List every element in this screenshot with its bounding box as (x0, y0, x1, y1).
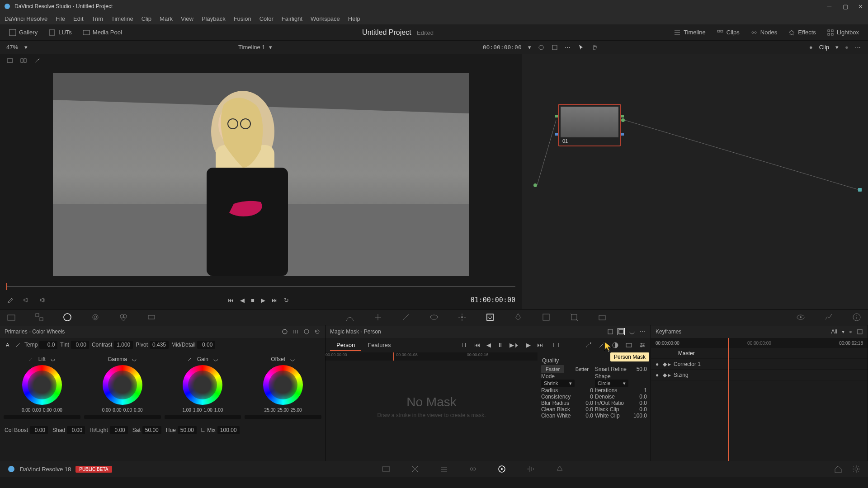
reset-icon[interactable] (314, 328, 321, 335)
mm-prev-icon[interactable]: ⏮ (474, 342, 480, 349)
mm-first-icon[interactable]: ⊦⊦ (462, 342, 468, 349)
mm-stop-icon[interactable]: ⏸ (497, 342, 503, 349)
effects-button[interactable]: Effects (784, 27, 820, 38)
offset-wheel[interactable] (263, 365, 303, 405)
pointer-icon[interactable] (578, 44, 585, 51)
color-match-icon[interactable] (34, 312, 44, 322)
temp-value[interactable]: 0.0 (39, 341, 57, 349)
warper-icon[interactable] (373, 312, 383, 322)
inout-value[interactable]: 0.0 (639, 400, 647, 406)
timecode-display[interactable]: 00:00:00:00 (483, 44, 522, 51)
lmix-value[interactable]: 100.00 (217, 426, 240, 434)
node-editor[interactable]: 01 (522, 54, 868, 309)
blur-icon[interactable] (513, 312, 523, 322)
rgb-mixer-icon[interactable] (118, 312, 128, 322)
eye-icon[interactable] (796, 312, 806, 322)
window-icon[interactable] (429, 312, 439, 322)
menu-davinci[interactable]: DaVinci Resolve (5, 15, 47, 22)
kf-playhead[interactable] (728, 338, 729, 461)
lift-v2[interactable]: 0.00 (43, 408, 52, 413)
mm-next-icon[interactable]: ⏭ (537, 342, 543, 349)
mm-viewer[interactable]: 00:00:00:00 00:00:01:08 00:00:02:16 No M… (326, 352, 538, 461)
clips-button[interactable]: Clips (713, 27, 743, 38)
gallery-button[interactable]: Gallery (5, 27, 41, 38)
close-button[interactable]: ✕ (858, 3, 864, 9)
tab-features[interactable]: Features (361, 340, 397, 351)
mode-dropdown[interactable]: Shrink▾ (541, 380, 575, 387)
step-back-button[interactable]: ◀ (240, 297, 245, 304)
kf-expand-icon[interactable] (857, 328, 863, 335)
motion-effects-icon[interactable] (146, 312, 156, 322)
pick-white-icon[interactable] (14, 341, 22, 348)
mm-settings-icon[interactable] (639, 342, 646, 349)
lift-slider[interactable] (4, 415, 80, 419)
magic-mask-icon[interactable] (485, 312, 495, 322)
options-icon[interactable]: ⋯ (565, 44, 571, 51)
cleanblack-value[interactable]: 0.0 (585, 406, 593, 413)
kf-all-label[interactable]: All (831, 328, 837, 335)
media-page-icon[interactable] (382, 465, 391, 474)
hdr-icon[interactable] (90, 312, 100, 322)
denoise-value[interactable]: 0.0 (639, 394, 647, 400)
tab-person[interactable]: Person (330, 340, 361, 351)
play-button[interactable]: ▶ (261, 297, 265, 304)
better-button[interactable]: Better (571, 365, 593, 373)
node-01[interactable]: 01 (558, 104, 621, 146)
offset-v1[interactable]: 25.00 (278, 408, 289, 413)
tracker-icon[interactable] (457, 312, 467, 322)
gain-v3[interactable]: 1.00 (214, 408, 223, 413)
gain-slider[interactable] (165, 415, 241, 419)
highlight-icon[interactable] (551, 44, 558, 51)
split-icon[interactable] (20, 57, 27, 64)
camera-raw-icon[interactable] (6, 312, 16, 322)
whiteclip-value[interactable]: 100.0 (633, 413, 647, 419)
colboost-value[interactable]: 0.00 (30, 426, 48, 434)
sat-value[interactable]: 50.00 (142, 426, 161, 434)
deliver-page-icon[interactable] (555, 465, 564, 474)
mute-icon[interactable] (23, 296, 30, 304)
bypass-icon[interactable] (538, 44, 545, 51)
iterations-value[interactable]: 1 (644, 387, 647, 394)
menu-playback[interactable]: Playback (202, 15, 226, 22)
faster-button[interactable]: Faster (541, 365, 564, 373)
menu-edit[interactable]: Edit (73, 15, 83, 22)
person-mask-icon[interactable] (618, 328, 624, 335)
mm-last-icon[interactable]: ⊣⊣ (549, 342, 559, 349)
viewer[interactable] (0, 67, 522, 282)
timeline-dropdown[interactable]: Timeline 1 (238, 44, 265, 51)
options-icon[interactable]: ⋯ (855, 44, 862, 51)
color-page-icon[interactable] (497, 465, 506, 474)
gamma-slider[interactable] (84, 415, 161, 419)
bars-mode-icon[interactable] (292, 328, 299, 335)
smartrefine-value[interactable]: 50.0 (637, 366, 647, 372)
mm-reset-icon[interactable] (629, 328, 635, 335)
consistency-value[interactable]: 0 (590, 394, 593, 400)
gain-reset-icon[interactable] (213, 357, 218, 362)
radius-value[interactable]: 0 (590, 387, 593, 394)
auto-balance-icon[interactable]: A (5, 341, 12, 348)
prev-clip-button[interactable]: ⏮ (228, 297, 234, 304)
chevron-down-icon[interactable]: ▾ (528, 44, 531, 51)
mm-playback-icon[interactable]: ◀ (486, 342, 491, 349)
blackclip-value[interactable]: 0.0 (639, 406, 647, 413)
kf-master[interactable]: Master (678, 350, 695, 357)
edit-page-icon[interactable] (439, 465, 448, 474)
kf-corrector[interactable]: Corrector 1 (674, 361, 701, 367)
wand-icon[interactable] (33, 57, 41, 64)
next-clip-button[interactable]: ⏭ (272, 297, 278, 304)
gamma-wheel[interactable] (103, 365, 142, 405)
luts-button[interactable]: LUTs (45, 27, 75, 38)
qualifier-icon[interactable] (401, 312, 411, 322)
mediapool-button[interactable]: Media Pool (79, 27, 126, 38)
color-wheels-icon[interactable] (62, 312, 72, 322)
menu-trim[interactable]: Trim (92, 15, 104, 22)
lightbox-button[interactable]: Lightbox (823, 27, 863, 38)
mm-wand-add-icon[interactable] (585, 342, 592, 349)
contrast-value[interactable]: 1.000 (114, 341, 133, 349)
pivot-value[interactable]: 0.435 (150, 341, 169, 349)
menu-file[interactable]: File (56, 15, 65, 22)
lift-wheel[interactable] (22, 365, 62, 405)
keyframes-icon[interactable] (824, 312, 834, 322)
onion-icon[interactable] (607, 328, 613, 335)
offset-v2[interactable]: 25.00 (291, 408, 302, 413)
